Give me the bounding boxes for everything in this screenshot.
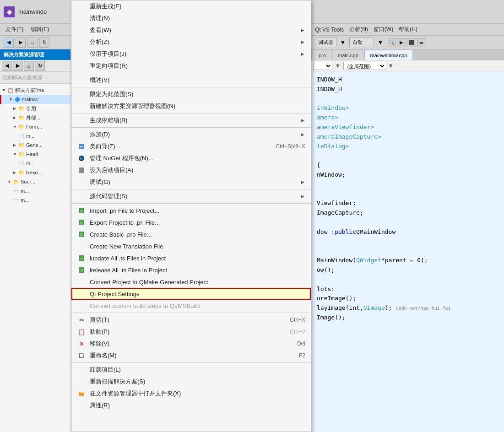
expand-arrow-4: ▶	[13, 115, 17, 120]
code-line-20: MainWindow(QWidget *parent = 0);	[317, 256, 499, 265]
cm-source-control[interactable]: 源代码管理(S) ►	[71, 190, 311, 202]
right-menu-window[interactable]: 窗口(W)	[374, 26, 393, 33]
scope-dropdown-1[interactable]	[313, 62, 332, 70]
cm-debug[interactable]: 调试(G) ►	[71, 176, 311, 188]
cm-scope[interactable]: 限定为此范围(S)	[71, 88, 311, 100]
cm-qt-settings[interactable]: Qt Project Settings	[71, 288, 311, 300]
solution-toolbar: ◀ ▶ ⌂ ↻	[0, 60, 70, 72]
context-menu: 重新生成(E) 清理(N) 查看(W) ► 分析(Z) ► 仅用于项目(J) ►…	[71, 0, 311, 432]
tree-external[interactable]: ▶ 📁 外部...	[0, 113, 70, 122]
cm-add[interactable]: 添加(D) ►	[71, 129, 311, 140]
cm-create-translation[interactable]: Create New Translation File	[71, 240, 311, 252]
cm-deps-arrow: ►	[300, 117, 305, 124]
cm-create-pro[interactable]: Q Create Basic .pro File...	[71, 228, 311, 240]
solution-icon: 📋	[7, 87, 14, 93]
file-icon-4: ++	[13, 197, 19, 203]
tree-source-file-2[interactable]: ++ m...	[0, 195, 70, 205]
code-line-3	[317, 94, 499, 104]
code-line-12	[317, 180, 499, 189]
right-menu-qt-tools[interactable]: Qt VS Tools	[315, 27, 344, 33]
auto-select[interactable]: 自动	[349, 38, 374, 47]
cm-export-pri[interactable]: Q Export Project to .pri File...	[71, 216, 311, 228]
folder-icon-6: 📁	[18, 170, 25, 176]
cm-wizard-shortcut: Ctrl+Shift+X	[276, 143, 305, 150]
code-line-2: INDOW_H	[317, 85, 499, 94]
tree-source-file-1[interactable]: ++ m...	[0, 186, 70, 195]
cm-analyze-arrow: ►	[300, 39, 305, 45]
code-line-1: INDOW_H	[317, 75, 499, 85]
cm-remove-icon: ✕	[77, 340, 86, 347]
cm-import-pri[interactable]: Q Import .pri File to Project...	[71, 205, 311, 216]
debugger-select[interactable]: 调试器	[315, 38, 336, 47]
cm-class-wizard[interactable]: W 类向导(Z)... Ctrl+Shift+X	[71, 140, 311, 152]
tab-mainwindow-cpp[interactable]: mainwindow.cpp	[364, 50, 413, 60]
cm-overview[interactable]: 概述(V)	[71, 74, 311, 86]
code-line-25: layImage(int, QImage);csdn.net/mao_hui_f…	[317, 303, 499, 313]
nav-forward-btn[interactable]: ▶	[16, 38, 26, 48]
cm-clean[interactable]: 清理(N)	[71, 12, 311, 24]
tab-pro[interactable]: .pro	[311, 50, 332, 60]
code-line-10: {	[317, 161, 499, 170]
toolbar-btn-4[interactable]: ☰	[417, 38, 426, 47]
tab-main-cpp[interactable]: main.cpp	[332, 50, 364, 60]
toolbar-btn-3[interactable]: ⬛	[407, 38, 416, 47]
toolbar-btn-2[interactable]: ▶	[397, 38, 406, 47]
right-menu-help[interactable]: 帮助(H)	[399, 26, 417, 33]
cm-rebuild[interactable]: 重新生成(E)	[71, 0, 311, 12]
tree-sources[interactable]: ▼ 📁 Sour...	[0, 177, 70, 186]
scope-arrow: ▼	[389, 62, 393, 69]
cm-project-only[interactable]: 仅用于项目(J) ►	[71, 48, 311, 60]
cm-retarget[interactable]: 重定向项目(R)	[71, 60, 311, 72]
code-line-18	[317, 237, 499, 247]
tree-generated[interactable]: ▶ 📁 Gene...	[0, 140, 70, 150]
right-menu-bar: Qt VS Tools 分析(N) 窗口(W) 帮助(H)	[311, 24, 504, 36]
window-title: mainwindo	[18, 8, 47, 15]
tree-project-mainwi[interactable]: ▼ 🔷 mainwi	[0, 95, 70, 104]
tree-header-file[interactable]: 📄 m...	[0, 159, 70, 168]
nav-back-btn[interactable]: ◀	[4, 38, 14, 48]
code-line-22	[317, 275, 499, 285]
solution-header: 解决方案资源管理	[0, 49, 70, 60]
cm-dependencies[interactable]: 生成依赖项(B) ►	[71, 114, 311, 126]
cm-paste-icon: 📋	[77, 329, 86, 335]
tree-form-file[interactable]: 📄 m...	[0, 131, 70, 140]
cm-set-startup[interactable]: 设为启动项目(A)	[71, 164, 311, 176]
toolbar-btn-1[interactable]: 🔍	[387, 38, 396, 47]
tree-headers[interactable]: ▼ 📁 Head	[0, 150, 70, 159]
tree-resources[interactable]: ▶ 📁 Reso...	[0, 168, 70, 177]
cm-remove[interactable]: ✕ 移除(V) Del	[71, 338, 311, 350]
cm-nuget[interactable]: N 管理 NuGet 程序包(N)...	[71, 152, 311, 164]
cm-cut[interactable]: ✂ 剪切(T) Ctrl+X	[71, 314, 311, 326]
nav-home-btn[interactable]: ⌂	[27, 38, 38, 48]
cm-paste[interactable]: 📋 粘贴(P) Ctrl+V	[71, 326, 311, 338]
nav-refresh-btn[interactable]: ↻	[39, 38, 49, 48]
code-line-24: ureImage();	[317, 294, 499, 303]
cm-cut-icon: ✂	[77, 317, 86, 324]
cm-lupdate[interactable]: QT lupdate All .ts Files in Project	[71, 252, 311, 264]
tree-references[interactable]: ▶ 📁 引用	[0, 104, 70, 113]
cm-analyze[interactable]: 分析(Z) ►	[71, 36, 311, 48]
cm-new-view[interactable]: 新建解决方案资源管理器视图(N)	[71, 100, 311, 112]
menu-file[interactable]: 文件(F)	[2, 24, 27, 35]
tree-solution[interactable]: ▼ 📋 解决方案"ma	[0, 86, 70, 95]
cm-rename[interactable]: ☐ 重命名(M) F2	[71, 350, 311, 362]
cm-view[interactable]: 查看(W) ►	[71, 24, 311, 36]
cm-open-folder[interactable]: 在文件资源管理器中打开文件夹(X)	[71, 388, 311, 400]
sol-nav-forward[interactable]: ▶	[13, 61, 23, 71]
cm-rescan[interactable]: 重新扫描解决方案(S)	[71, 376, 311, 388]
right-menu-analyze[interactable]: 分析(N)	[349, 26, 368, 33]
code-line-11: nWindow;	[317, 170, 499, 180]
cm-lrelease[interactable]: QT lrelease All .ts Files in Project	[71, 264, 311, 276]
sol-refresh[interactable]: ↻	[35, 61, 45, 71]
separator-8	[71, 362, 311, 363]
cm-convert-qmake[interactable]: Convert Project to QMake Generated Proje…	[71, 276, 311, 288]
cm-properties[interactable]: 属性(R)	[71, 400, 311, 411]
expand-arrow-2: ▼	[9, 97, 13, 102]
solution-search[interactable]: 搜索解决方案资源...	[0, 72, 70, 84]
sol-home[interactable]: ⌂	[24, 61, 34, 71]
tree-forms[interactable]: ▼ 📁 Form...	[0, 122, 70, 131]
cm-unload[interactable]: 卸载项目(L)	[71, 364, 311, 376]
scope-dropdown-2[interactable]: (全局范围)	[343, 62, 386, 70]
sol-nav-back[interactable]: ◀	[2, 61, 12, 71]
menu-edit[interactable]: 编辑(E)	[27, 24, 53, 35]
